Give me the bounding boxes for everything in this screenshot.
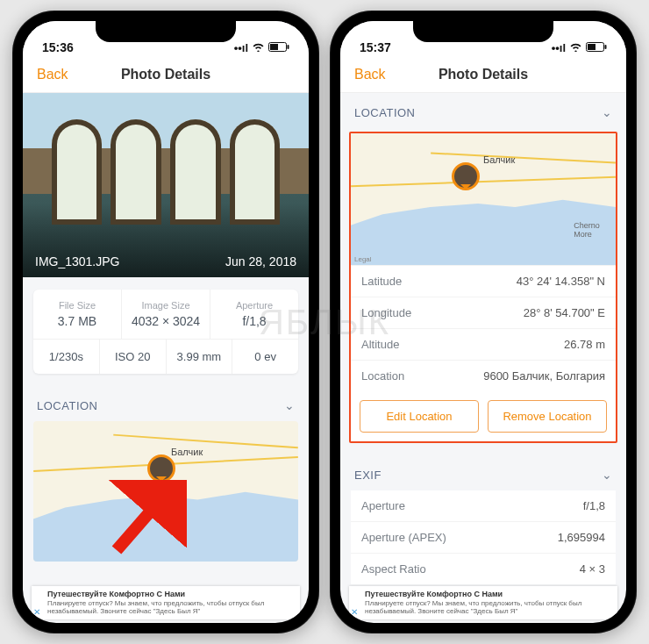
wifi-icon bbox=[569, 41, 582, 54]
chevron-down-icon: ⌄ bbox=[284, 398, 296, 412]
ad-banner[interactable]: ✕ Путешествуйте Комфортно С Нами Планиру… bbox=[349, 586, 617, 619]
map-city-label: Балчик bbox=[171, 447, 203, 457]
status-icons: ••ıl bbox=[234, 41, 289, 54]
ad-text: Планируете отпуск? Мы знаем, что предлож… bbox=[47, 599, 264, 616]
battery-icon bbox=[586, 41, 607, 54]
map-city-label2: Cherno More bbox=[574, 221, 600, 239]
edit-location-button[interactable]: Edit Location bbox=[360, 400, 479, 433]
status-time: 15:37 bbox=[360, 40, 391, 54]
lat-label: Latitude bbox=[361, 275, 402, 288]
map-pin-icon[interactable] bbox=[147, 454, 175, 483]
svg-rect-7 bbox=[605, 45, 607, 49]
shutter-value: 1/230s bbox=[33, 340, 100, 374]
aperture-value: f/1,8 bbox=[214, 314, 295, 328]
signal-icon: ••ıl bbox=[552, 41, 566, 54]
location-label: LOCATION bbox=[354, 106, 416, 119]
content: IMG_1301.JPG Jun 28, 2018 File Size3.7 M… bbox=[23, 93, 309, 623]
imagesize-label: Image Size bbox=[125, 300, 206, 311]
aperture-label: Aperture bbox=[214, 300, 295, 311]
status-icons: ••ıl bbox=[552, 41, 607, 54]
exif-aperture-label: Aperture bbox=[361, 499, 405, 512]
filesize-value: 3.7 MB bbox=[37, 314, 118, 328]
exif-header[interactable]: EXIF ⌄ bbox=[340, 459, 626, 490]
nav-bar: Back Photo Details bbox=[23, 56, 309, 93]
info-card: File Size3.7 MB Image Size4032 × 3024 Ap… bbox=[33, 290, 298, 374]
exif-ar-value: 4 × 3 bbox=[580, 562, 605, 576]
exif-label: EXIF bbox=[354, 469, 382, 482]
photo-preview[interactable]: IMG_1301.JPG Jun 28, 2018 bbox=[23, 93, 309, 277]
chevron-down-icon: ⌄ bbox=[602, 105, 613, 119]
ad-banner[interactable]: ✕ Путешествуйте Комфортно С Нами Планиру… bbox=[32, 586, 300, 619]
filesize-label: File Size bbox=[37, 300, 118, 311]
phone-right: 15:37 ••ıl Back Photo Details LOCATION ⌄ bbox=[330, 11, 637, 633]
status-time: 15:36 bbox=[42, 40, 74, 54]
svg-rect-2 bbox=[288, 45, 289, 49]
filename: IMG_1301.JPG bbox=[35, 254, 120, 268]
location-panel: Балчик Cherno More Legal Latitude43° 24'… bbox=[349, 132, 617, 443]
alt-value: 26.78 m bbox=[564, 338, 605, 351]
ad-text: Планируете отпуск? Мы знаем, что предлож… bbox=[365, 599, 581, 616]
ad-title: Путешествуйте Комфортно С Нами bbox=[365, 590, 503, 598]
nav-bar: Back Photo Details bbox=[340, 56, 626, 93]
imagesize-value: 4032 × 3024 bbox=[125, 314, 206, 328]
close-icon[interactable]: ✕ bbox=[33, 607, 40, 618]
exif-apex-value: 1,695994 bbox=[558, 531, 605, 544]
svg-rect-6 bbox=[588, 44, 596, 50]
svg-rect-1 bbox=[270, 44, 278, 50]
screen: 15:36 ••ıl Back Photo Details IMG_1301.J… bbox=[23, 21, 309, 623]
loc-value: 9600 Балчик, Болгария bbox=[483, 369, 605, 383]
battery-icon bbox=[268, 41, 289, 54]
chevron-down-icon: ⌄ bbox=[602, 468, 613, 482]
map-pin-icon[interactable] bbox=[452, 162, 480, 190]
signal-icon: ••ıl bbox=[234, 41, 248, 54]
screen: 15:37 ••ıl Back Photo Details LOCATION ⌄ bbox=[340, 21, 626, 623]
map-city-label: Балчик bbox=[483, 154, 515, 165]
photo-date: Jun 28, 2018 bbox=[225, 254, 296, 268]
notch bbox=[413, 19, 553, 42]
remove-location-button[interactable]: Remove Location bbox=[488, 400, 607, 433]
ev-value: 0 ev bbox=[232, 340, 298, 374]
content: LOCATION ⌄ Балчик Cherno More Legal Lati… bbox=[340, 93, 626, 623]
exif-aperture-value: f/1,8 bbox=[583, 499, 605, 512]
exif-ar-label: Aspect Ratio bbox=[361, 562, 426, 576]
lat-value: 43° 24' 14.358" N bbox=[517, 275, 605, 288]
map-preview[interactable]: Балчик Cherno More Legal bbox=[351, 133, 616, 265]
map-preview[interactable]: Балчик bbox=[33, 421, 298, 562]
lon-label: Longitude bbox=[361, 306, 411, 319]
phone-left: 15:36 ••ıl Back Photo Details IMG_1301.J… bbox=[12, 11, 319, 633]
loc-label: Location bbox=[361, 369, 404, 383]
lon-value: 28° 8' 54.700" E bbox=[524, 306, 605, 319]
location-header[interactable]: LOCATION ⌄ bbox=[340, 97, 626, 128]
exif-apex-label: Aperture (APEX) bbox=[361, 531, 446, 544]
iso-value: ISO 20 bbox=[100, 340, 167, 374]
notch bbox=[96, 19, 236, 42]
ad-title: Путешествуйте Комфортно С Нами bbox=[47, 590, 185, 598]
wifi-icon bbox=[252, 41, 265, 54]
page-title: Photo Details bbox=[23, 67, 309, 82]
close-icon[interactable]: ✕ bbox=[351, 607, 358, 618]
alt-label: Altitude bbox=[361, 338, 399, 351]
location-label: LOCATION bbox=[37, 399, 98, 412]
focal-value: 3.99 mm bbox=[167, 340, 233, 374]
page-title: Photo Details bbox=[340, 67, 626, 82]
location-header[interactable]: LOCATION ⌄ bbox=[23, 390, 309, 421]
map-legal: Legal bbox=[354, 255, 372, 263]
